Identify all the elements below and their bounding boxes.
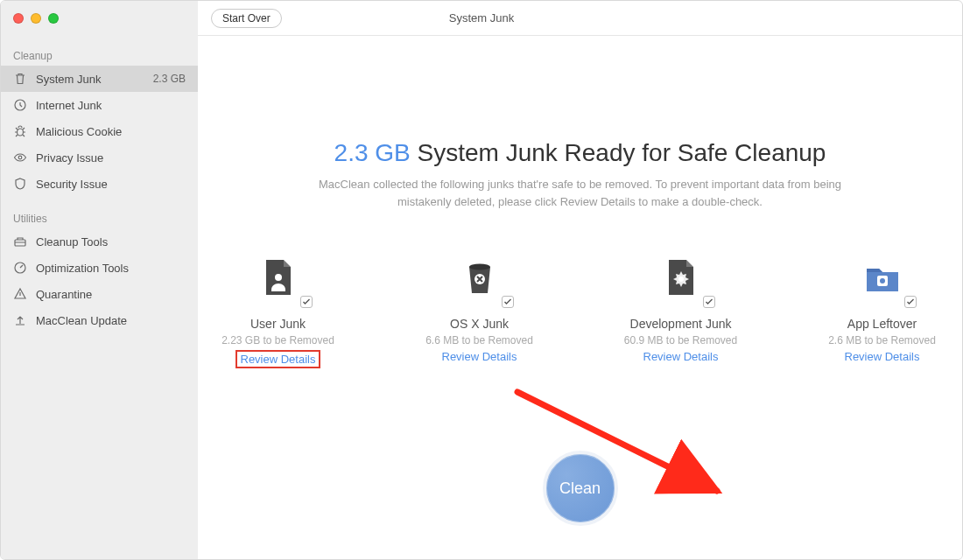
checkbox-icon[interactable]: [502, 296, 514, 308]
eye-icon: [13, 150, 27, 164]
sidebar-item-quarantine[interactable]: Quarantine: [1, 281, 198, 307]
review-details-link[interactable]: Review Details: [442, 350, 517, 363]
sidebar-item-label: Internet Junk: [36, 99, 102, 112]
bug-icon: [13, 124, 27, 138]
upload-icon: [13, 313, 27, 327]
svg-point-5: [275, 274, 282, 281]
shield-icon: [13, 177, 27, 191]
sidebar-item-label: System Junk: [36, 73, 101, 86]
minimize-window-button[interactable]: [31, 13, 41, 24]
svg-point-10: [880, 278, 885, 284]
sidebar-item-label: Malicious Cookie: [36, 125, 122, 138]
gauge-icon: [13, 261, 27, 275]
sidebar-item-macclean-update[interactable]: MacClean Update: [1, 307, 198, 333]
sidebar-item-cleanup-tools[interactable]: Cleanup Tools: [1, 228, 198, 255]
checkbox-icon[interactable]: [703, 296, 715, 308]
hero-title-rest: System Junk Ready for Safe Cleanup: [411, 139, 826, 166]
card-title: OS X Junk: [410, 317, 550, 331]
sidebar-item-badge: 2.3 GB: [153, 73, 186, 85]
trash-bin-icon: [454, 252, 505, 303]
sidebar-item-label: Cleanup Tools: [36, 235, 108, 248]
titlebar: Start Over System Junk: [1, 1, 962, 36]
app-folder-icon: [857, 252, 908, 303]
clock-icon: [13, 98, 27, 112]
card-development-junk: Development Junk 60.9 MB to be Removed R…: [611, 252, 751, 368]
window-controls: [1, 1, 198, 36]
card-title: User Junk: [208, 317, 348, 331]
review-details-link[interactable]: Review Details: [845, 350, 920, 363]
sidebar: Cleanup System Junk 2.3 GB Internet Junk…: [1, 36, 198, 559]
sidebar-item-optimization-tools[interactable]: Optimization Tools: [1, 255, 198, 281]
window-body: Cleanup System Junk 2.3 GB Internet Junk…: [1, 36, 962, 559]
sidebar-item-label: Privacy Issue: [36, 151, 103, 164]
hero-subtitle: MacClean collected the following junks t…: [309, 176, 852, 210]
trash-icon: [13, 72, 27, 86]
checkbox-icon[interactable]: [300, 296, 313, 308]
junk-categories: User Junk 2.23 GB to be Removed Review D…: [198, 252, 962, 368]
hero-title-accent: 2.3 GB: [334, 139, 411, 166]
card-title: Development Junk: [611, 317, 751, 331]
review-details-link[interactable]: Review Details: [235, 350, 321, 368]
sidebar-item-system-junk[interactable]: System Junk 2.3 GB: [1, 66, 198, 92]
sidebar-item-privacy-issue[interactable]: Privacy Issue: [1, 144, 198, 171]
sidebar-item-label: Security Issue: [36, 178, 108, 191]
svg-point-2: [18, 156, 22, 159]
sidebar-item-label: Optimization Tools: [36, 262, 129, 275]
start-over-button[interactable]: Start Over: [211, 9, 282, 28]
hero-title: 2.3 GB System Junk Ready for Safe Cleanu…: [198, 139, 962, 167]
svg-point-1: [18, 129, 24, 136]
toolbox-icon: [13, 234, 27, 248]
clean-button[interactable]: Clean: [543, 451, 618, 526]
app-window: Start Over System Junk Cleanup System Ju…: [0, 0, 963, 560]
sidebar-section-utilities: Utilities: [1, 207, 198, 228]
sidebar-item-security-issue[interactable]: Security Issue: [1, 171, 198, 197]
sidebar-item-label: MacClean Update: [36, 314, 127, 327]
checkbox-icon[interactable]: [904, 296, 917, 308]
card-user-junk: User Junk 2.23 GB to be Removed Review D…: [208, 252, 348, 368]
card-app-leftover: App Leftover 2.6 MB to be Removed Review…: [812, 252, 952, 368]
user-file-icon: [253, 252, 304, 303]
card-osx-junk: OS X Junk 6.6 MB to be Removed Review De…: [410, 252, 550, 368]
sidebar-item-malicious-cookie[interactable]: Malicious Cookie: [1, 118, 198, 144]
hero: 2.3 GB System Junk Ready for Safe Cleanu…: [198, 36, 962, 210]
warning-icon: [13, 287, 27, 301]
card-title: App Leftover: [812, 317, 952, 331]
review-details-link[interactable]: Review Details: [643, 350, 719, 363]
main-content: 2.3 GB System Junk Ready for Safe Cleanu…: [198, 36, 962, 559]
card-size: 2.23 GB to be Removed: [208, 334, 348, 346]
sidebar-item-label: Quarantine: [36, 288, 92, 301]
close-window-button[interactable]: [13, 13, 24, 24]
card-size: 2.6 MB to be Removed: [812, 334, 952, 346]
svg-point-6: [469, 264, 490, 270]
sidebar-item-internet-junk[interactable]: Internet Junk: [1, 92, 198, 118]
zoom-window-button[interactable]: [48, 13, 59, 24]
card-size: 60.9 MB to be Removed: [611, 334, 751, 346]
sidebar-section-cleanup: Cleanup: [1, 45, 198, 66]
card-size: 6.6 MB to be Removed: [410, 334, 550, 346]
gear-file-icon: [656, 252, 706, 303]
